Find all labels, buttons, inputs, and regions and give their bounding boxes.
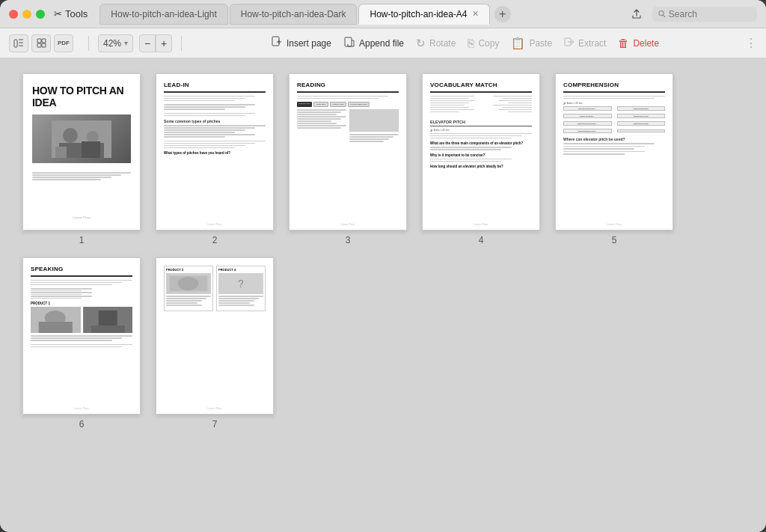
new-tab-button[interactable]: + xyxy=(494,6,511,22)
delete-icon: 🗑 xyxy=(618,37,629,49)
svg-point-30 xyxy=(178,277,199,290)
traffic-lights xyxy=(9,10,45,19)
extract-button[interactable]: Extract xyxy=(564,37,606,49)
page3-footer: Lexicon Press xyxy=(289,223,406,226)
zoom-in-button[interactable]: + xyxy=(156,34,172,52)
page-thumbnail-2[interactable]: LEAD-IN xyxy=(156,73,274,230)
page5-title: COMPREHENSION xyxy=(563,82,665,88)
page4-audio: 🔊 Audio: 1:36 min xyxy=(430,129,532,132)
zoom-out-button[interactable]: − xyxy=(139,34,156,52)
page4-line xyxy=(430,91,532,93)
tools-label: Tools xyxy=(65,8,88,19)
svg-line-1 xyxy=(664,15,665,16)
copy-icon: ⎘ xyxy=(468,37,474,49)
page-item-7[interactable]: PRODUCT 3 xyxy=(156,257,274,429)
page1-line xyxy=(32,177,111,178)
page6-img2 xyxy=(83,307,133,333)
svg-point-18 xyxy=(87,131,99,143)
page-thumbnail-1[interactable]: HOW TO PITCH AN IDEA xyxy=(22,73,141,230)
page3-tabs: Elevator Pitch Sales Pitch Investor Pitc… xyxy=(297,102,399,107)
pages-grid: HOW TO PITCH AN IDEA xyxy=(22,73,744,441)
page2-para2 xyxy=(164,141,266,149)
extract-icon xyxy=(564,37,574,49)
svg-rect-6 xyxy=(37,39,41,43)
close-button[interactable] xyxy=(9,10,18,19)
page6-title: SPEAKING xyxy=(31,266,132,272)
svg-rect-9 xyxy=(42,43,46,47)
svg-rect-21 xyxy=(82,141,100,158)
append-file-icon xyxy=(343,36,355,50)
page2-text2 xyxy=(164,104,266,110)
zoom-dropdown-icon[interactable]: ▾ xyxy=(124,39,128,47)
page7-img2: ? xyxy=(218,273,263,294)
page-item-3[interactable]: READING Elevator Pitch Sales Pitch Inves… xyxy=(289,73,407,245)
pages-row-1: HOW TO PITCH AN IDEA xyxy=(22,73,744,245)
grid-view-button[interactable] xyxy=(31,34,51,52)
tab-investor: Investor Pitch xyxy=(330,102,346,107)
zoom-display: 42% ▾ xyxy=(98,34,133,52)
minimize-button[interactable] xyxy=(22,10,31,19)
zoom-stepper: − + xyxy=(139,34,172,52)
copy-button[interactable]: ⎘ Copy xyxy=(468,37,499,49)
page-num-3: 3 xyxy=(346,235,351,245)
page2-footer: Lexicon Press xyxy=(156,223,273,226)
delete-button[interactable]: 🗑 Delete xyxy=(618,37,659,49)
page3-title: READING xyxy=(297,82,399,88)
page4-title: VOCABULARY MATCH xyxy=(430,82,532,88)
maximize-button[interactable] xyxy=(36,10,45,19)
page-thumbnail-3[interactable]: READING Elevator Pitch Sales Pitch Inves… xyxy=(289,73,407,230)
tab-sales: Sales Pitch xyxy=(313,102,328,107)
tab-dark[interactable]: How-to-pitch-an-idea-Dark xyxy=(230,4,358,25)
toolbar-more-icon[interactable]: ⋮ xyxy=(745,36,757,50)
tools-menu[interactable]: ✂ Tools xyxy=(54,8,88,19)
scissors-icon: ✂ xyxy=(54,8,62,19)
toolbar-actions: Insert page Append file ↻ Rotate ⎘ Copy xyxy=(191,36,739,50)
page-thumbnail-5[interactable]: COMPREHENSION 🔊 Audio: 1:26 min pitch/co… xyxy=(555,73,673,230)
search-bar[interactable] xyxy=(652,7,757,22)
titlebar-right xyxy=(627,5,757,23)
page6-line xyxy=(31,275,132,277)
page-thumbnail-4[interactable]: VOCABULARY MATCH xyxy=(422,73,540,230)
page-item-1[interactable]: HOW TO PITCH AN IDEA xyxy=(22,73,141,245)
svg-rect-27 xyxy=(91,325,124,333)
page-item-5[interactable]: COMPREHENSION 🔊 Audio: 1:26 min pitch/co… xyxy=(555,73,673,245)
insert-page-button[interactable]: Insert page xyxy=(271,36,331,50)
page5-footer: Lexicon Press xyxy=(556,223,672,226)
page2-para xyxy=(164,125,266,138)
svg-rect-2 xyxy=(14,40,17,47)
page3-twocol xyxy=(297,109,399,145)
page-item-6[interactable]: SPEAKING xyxy=(22,257,141,429)
page-thumbnail-7[interactable]: PRODUCT 3 xyxy=(156,257,274,415)
titlebar: ✂ Tools How-to-pitch-an-idea-Light How-t… xyxy=(0,0,766,28)
search-input[interactable] xyxy=(669,9,751,19)
tab-elevator: Elevator Pitch xyxy=(297,102,312,107)
page1-title: HOW TO PITCH AN IDEA xyxy=(32,85,131,108)
page3-text1 xyxy=(297,96,399,100)
tab-light[interactable]: How-to-pitch-an-idea-Light xyxy=(99,4,227,25)
page-num-7: 7 xyxy=(212,419,218,429)
append-file-button[interactable]: Append file xyxy=(343,36,404,50)
tab-close-icon[interactable]: ✕ xyxy=(472,9,479,19)
svg-rect-26 xyxy=(98,311,117,325)
pdf-view-button[interactable]: PDF xyxy=(54,34,73,52)
page5-audio: 🔊 Audio: 1:26 min xyxy=(563,102,665,105)
page2-title: LEAD-IN xyxy=(164,82,266,88)
rotate-button[interactable]: ↻ Rotate xyxy=(416,37,456,50)
page6-footer: Lexicon Press xyxy=(23,407,140,410)
page-num-4: 4 xyxy=(479,235,484,245)
page-num-6: 6 xyxy=(79,419,85,429)
page-num-5: 5 xyxy=(612,235,617,245)
share-button[interactable] xyxy=(627,5,646,23)
tab-a4[interactable]: How-to-pitch-an-idea-A4 ✕ xyxy=(358,4,489,25)
paste-button[interactable]: 📋 Paste xyxy=(511,37,552,50)
page-thumbnail-6[interactable]: SPEAKING xyxy=(22,257,141,415)
svg-rect-24 xyxy=(39,322,73,333)
page6-product1: PRODUCT 1 xyxy=(31,302,132,305)
page-item-4[interactable]: VOCABULARY MATCH xyxy=(422,73,540,245)
tab-product: Product Demo Pitch xyxy=(348,102,370,107)
tab-bar: How-to-pitch-an-idea-Light How-to-pitch-… xyxy=(99,4,627,25)
main-window: ✂ Tools How-to-pitch-an-idea-Light How-t… xyxy=(0,0,766,532)
content-area[interactable]: HOW TO PITCH AN IDEA xyxy=(0,58,766,532)
page-item-2[interactable]: LEAD-IN xyxy=(156,73,274,245)
sidebar-toggle-button[interactable] xyxy=(9,34,28,52)
